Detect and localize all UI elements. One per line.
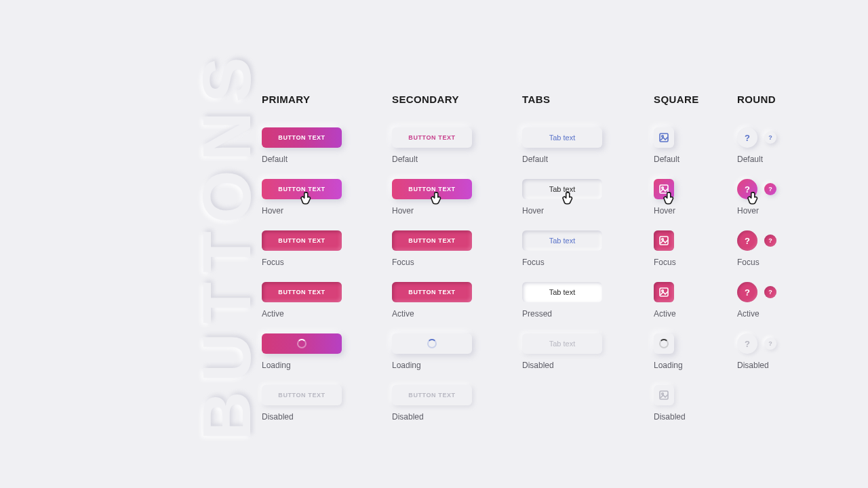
button-label: BUTTON TEXT: [278, 186, 325, 192]
tab-label: Tab text: [549, 340, 576, 348]
image-icon: [659, 287, 669, 297]
round-button-small-hover[interactable]: ?: [764, 183, 776, 195]
state-label: Focus: [522, 258, 545, 267]
button-label: BUTTON TEXT: [408, 392, 455, 399]
round-button-focus[interactable]: ?: [737, 230, 757, 251]
spinner-icon: [427, 339, 437, 348]
question-icon: ?: [745, 287, 750, 298]
primary-button-focus[interactable]: BUTTON TEXT: [262, 230, 342, 251]
tab-label: Tab text: [549, 237, 576, 245]
round-button-hover[interactable]: ?: [737, 179, 757, 199]
state-label: Loading: [392, 361, 421, 370]
tab-button-focus[interactable]: Tab text: [522, 230, 602, 251]
round-button-default[interactable]: ?: [737, 127, 757, 148]
state-label: Default: [262, 155, 288, 164]
round-button-small-focus[interactable]: ?: [764, 235, 776, 247]
round-button-active[interactable]: ?: [737, 282, 757, 302]
column-heading-round: ROUND: [737, 94, 791, 106]
state-label: Loading: [262, 361, 291, 370]
secondary-button-default[interactable]: BUTTON TEXT: [392, 127, 472, 148]
question-icon: ?: [768, 289, 772, 296]
state-label: Focus: [392, 258, 414, 267]
state-label: Disabled: [654, 412, 686, 422]
column-round: ROUND ? ? Default ? ? Hover ? ? Focus: [737, 94, 791, 436]
tab-button-disabled: Tab text: [522, 333, 602, 354]
secondary-button-loading[interactable]: [392, 333, 472, 354]
square-button-hover[interactable]: [654, 179, 674, 199]
state-label: Disabled: [262, 412, 294, 422]
state-label: Loading: [654, 361, 683, 370]
secondary-button-disabled: BUTTON TEXT: [392, 385, 472, 405]
column-primary: PRIMARY BUTTON TEXT Default BUTTON TEXT …: [262, 94, 392, 436]
square-button-default[interactable]: [654, 127, 674, 148]
state-label: Hover: [654, 206, 675, 216]
round-button-small-disabled: ?: [764, 338, 776, 350]
question-icon: ?: [745, 184, 750, 195]
secondary-button-active[interactable]: BUTTON TEXT: [392, 282, 472, 302]
primary-button-loading[interactable]: [262, 333, 342, 354]
button-label: BUTTON TEXT: [408, 237, 455, 244]
square-button-active[interactable]: [654, 282, 674, 302]
square-button-loading[interactable]: [654, 333, 674, 354]
state-label: Disabled: [522, 361, 554, 370]
question-icon: ?: [768, 134, 772, 141]
state-label: Default: [654, 155, 679, 164]
tab-label: Tab text: [549, 134, 576, 142]
question-icon: ?: [768, 237, 772, 244]
primary-button-disabled: BUTTON TEXT: [262, 385, 342, 405]
tab-button-pressed[interactable]: Tab text: [522, 282, 602, 302]
square-button-focus[interactable]: [654, 230, 674, 251]
image-icon: [659, 184, 669, 194]
column-square: SQUARE Default Hover Focus: [654, 94, 737, 436]
state-label: Hover: [392, 206, 414, 216]
primary-button-active[interactable]: BUTTON TEXT: [262, 282, 342, 302]
state-label: Active: [654, 309, 676, 319]
square-button-disabled: [654, 385, 674, 405]
state-label: Hover: [522, 206, 544, 216]
tab-label: Tab text: [549, 185, 576, 193]
primary-button-default[interactable]: BUTTON TEXT: [262, 127, 342, 148]
primary-button-hover[interactable]: BUTTON TEXT: [262, 179, 342, 199]
question-icon: ?: [745, 133, 750, 143]
button-label: BUTTON TEXT: [278, 289, 325, 296]
state-label: Active: [737, 309, 760, 319]
column-heading-primary: PRIMARY: [262, 94, 392, 106]
question-icon: ?: [768, 186, 772, 192]
column-heading-secondary: SECONDARY: [392, 94, 522, 106]
button-label: BUTTON TEXT: [278, 134, 325, 141]
button-states-grid: PRIMARY BUTTON TEXT Default BUTTON TEXT …: [262, 94, 791, 436]
column-heading-tabs: TABS: [522, 94, 654, 106]
button-label: BUTTON TEXT: [408, 134, 455, 141]
state-label: Pressed: [522, 309, 552, 319]
state-label: Default: [522, 155, 548, 164]
tab-label: Tab text: [549, 288, 576, 296]
state-label: Focus: [654, 258, 676, 267]
state-label: Disabled: [737, 361, 769, 370]
column-heading-square: SQUARE: [654, 94, 737, 106]
state-label: Active: [392, 309, 414, 319]
tab-button-default[interactable]: Tab text: [522, 127, 602, 148]
secondary-button-hover[interactable]: BUTTON TEXT: [392, 179, 472, 199]
state-label: Active: [262, 309, 284, 319]
state-label: Focus: [737, 258, 760, 267]
page-title-vertical: BUTTONS: [188, 47, 266, 441]
button-label: BUTTON TEXT: [278, 392, 325, 399]
question-icon: ?: [745, 236, 750, 246]
image-icon: [659, 236, 669, 245]
spinner-icon: [297, 339, 307, 348]
state-label: Hover: [262, 206, 283, 216]
question-icon: ?: [768, 340, 772, 347]
state-label: Default: [392, 155, 418, 164]
question-icon: ?: [745, 339, 750, 349]
state-label: Default: [737, 155, 763, 164]
round-button-small-default[interactable]: ?: [764, 131, 776, 144]
column-tabs: TABS Tab text Default Tab text Hover Tab…: [522, 94, 654, 436]
button-label: BUTTON TEXT: [278, 237, 325, 244]
spinner-icon: [659, 339, 669, 348]
button-label: BUTTON TEXT: [408, 289, 455, 296]
tab-button-hover[interactable]: Tab text: [522, 179, 602, 199]
round-button-small-active[interactable]: ?: [764, 286, 776, 298]
secondary-button-focus[interactable]: BUTTON TEXT: [392, 230, 472, 251]
image-icon: [659, 133, 669, 142]
image-icon: [659, 390, 669, 400]
